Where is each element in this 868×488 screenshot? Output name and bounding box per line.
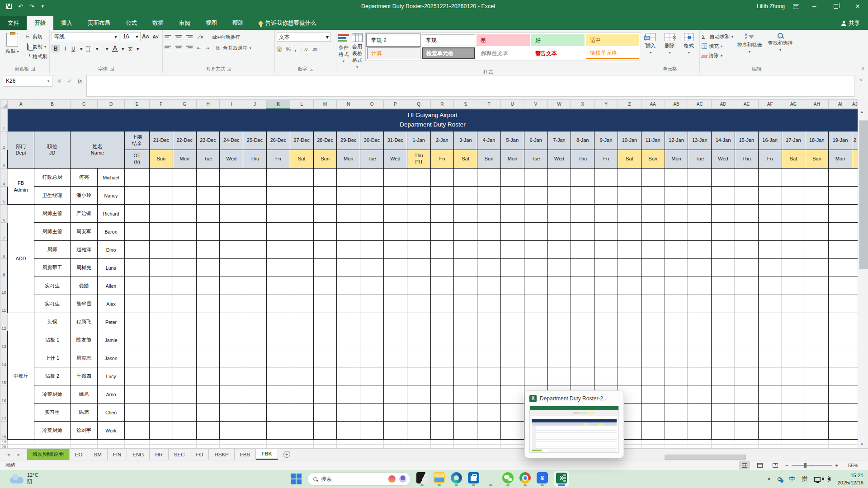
empty-cell[interactable] bbox=[196, 445, 220, 449]
enter-icon[interactable]: ✓ bbox=[67, 78, 72, 84]
duty-cell[interactable] bbox=[500, 277, 524, 295]
jd-cell[interactable]: 卫生经理 bbox=[34, 187, 71, 205]
date-header[interactable]: 6-Jan bbox=[524, 131, 547, 150]
duty-cell[interactable] bbox=[360, 349, 384, 367]
duty-cell[interactable] bbox=[805, 241, 829, 259]
empty-cell[interactable] bbox=[758, 445, 782, 449]
duty-cell[interactable] bbox=[829, 295, 852, 313]
scroll-up-icon[interactable]: ▲ bbox=[858, 108, 866, 116]
duty-cell[interactable] bbox=[712, 385, 735, 404]
duty-cell[interactable] bbox=[829, 404, 852, 422]
duty-cell[interactable] bbox=[360, 295, 384, 313]
taskbar-app-calculator[interactable] bbox=[485, 472, 496, 486]
date-header[interactable]: 30-Dec bbox=[360, 131, 384, 150]
duty-cell[interactable] bbox=[196, 295, 220, 313]
empty-cell[interactable] bbox=[150, 440, 173, 445]
duty-cell[interactable] bbox=[594, 187, 618, 205]
duty-cell[interactable] bbox=[383, 277, 407, 295]
duty-cell[interactable] bbox=[290, 367, 313, 385]
duty-cell[interactable] bbox=[477, 349, 501, 367]
duty-cell[interactable] bbox=[805, 422, 829, 440]
duty-cell[interactable] bbox=[337, 205, 360, 223]
duty-cell[interactable] bbox=[383, 367, 407, 385]
duty-cell[interactable] bbox=[500, 241, 524, 259]
duty-cell[interactable] bbox=[266, 223, 290, 241]
clear-button[interactable]: 清除▾ bbox=[702, 52, 733, 60]
ot-cell[interactable] bbox=[125, 259, 150, 277]
duty-cell[interactable] bbox=[782, 313, 805, 331]
column-header-X[interactable]: X bbox=[571, 100, 594, 109]
wrap-text-button[interactable]: ab↵自动换行 bbox=[212, 33, 240, 41]
cell-style-bad[interactable]: 差 bbox=[476, 34, 530, 46]
date-header[interactable]: 17-Jan bbox=[782, 131, 805, 150]
dialog-launcher-icon[interactable] bbox=[310, 67, 313, 71]
cell-style-calc[interactable]: 计算 bbox=[367, 47, 420, 59]
name-en-cell[interactable]: Michael bbox=[98, 169, 125, 187]
column-header-T[interactable]: T bbox=[477, 100, 501, 109]
duty-cell[interactable] bbox=[735, 205, 758, 223]
duty-cell[interactable] bbox=[243, 313, 267, 331]
bold-button[interactable]: B bbox=[52, 45, 60, 52]
duty-cell[interactable] bbox=[430, 385, 454, 404]
date-header[interactable]: 10-Jan bbox=[618, 131, 641, 150]
taskbar-app-pay[interactable]: ¥ bbox=[537, 472, 548, 486]
duty-cell[interactable] bbox=[266, 385, 290, 404]
duty-cell[interactable] bbox=[688, 259, 712, 277]
duty-cell[interactable] bbox=[805, 349, 829, 367]
date-header[interactable]: 4-Jan bbox=[477, 131, 501, 150]
duty-cell[interactable] bbox=[383, 404, 407, 422]
duty-cell[interactable] bbox=[524, 223, 547, 241]
jd-cell[interactable]: 冷菜厨师 bbox=[34, 422, 71, 440]
column-header-N[interactable]: N bbox=[337, 100, 360, 109]
duty-cell[interactable] bbox=[618, 205, 641, 223]
duty-cell[interactable] bbox=[243, 385, 267, 404]
jd-cell[interactable]: 冷菜厨师 bbox=[34, 385, 71, 404]
select-all-corner[interactable] bbox=[0, 100, 8, 109]
duty-cell[interactable] bbox=[805, 385, 829, 404]
duty-cell[interactable] bbox=[712, 187, 735, 205]
duty-cell[interactable] bbox=[430, 331, 454, 349]
duty-cell[interactable] bbox=[618, 187, 641, 205]
duty-cell[interactable] bbox=[220, 169, 243, 187]
ribbon-tab-home[interactable]: 开始 bbox=[27, 16, 53, 30]
duty-cell[interactable] bbox=[220, 223, 243, 241]
restore-button[interactable] bbox=[829, 0, 843, 13]
empty-cell[interactable] bbox=[829, 445, 852, 449]
jd-cell[interactable]: 行政总厨 bbox=[34, 169, 71, 187]
day-header[interactable]: Sun bbox=[313, 150, 337, 169]
cell-style-good[interactable]: 好 bbox=[531, 34, 585, 46]
date-header[interactable]: 13-Jan bbox=[688, 131, 712, 150]
duty-cell[interactable] bbox=[477, 313, 501, 331]
percent-style-icon[interactable]: % bbox=[286, 47, 291, 52]
duty-cell[interactable] bbox=[337, 349, 360, 367]
underline-button[interactable]: U bbox=[71, 46, 76, 52]
increase-indent-icon[interactable]: ⇥ bbox=[205, 46, 209, 51]
cell-style-warning[interactable]: 警告文本 bbox=[531, 47, 585, 59]
duty-cell[interactable] bbox=[360, 331, 384, 349]
duty-cell[interactable] bbox=[571, 331, 594, 349]
column-header-AH[interactable]: AH bbox=[805, 100, 829, 109]
duty-cell[interactable] bbox=[712, 313, 735, 331]
cell-style-check[interactable]: 检查单元格 bbox=[422, 47, 475, 59]
duty-cell[interactable] bbox=[243, 241, 267, 259]
duty-cell[interactable] bbox=[196, 349, 220, 367]
duty-cell-partial[interactable] bbox=[852, 404, 858, 422]
duty-cell[interactable] bbox=[782, 422, 805, 440]
duty-cell[interactable] bbox=[313, 385, 337, 404]
sheet-tab-FBS[interactable]: FBS bbox=[235, 449, 256, 460]
duty-cell[interactable] bbox=[735, 404, 758, 422]
duty-cell[interactable] bbox=[290, 422, 313, 440]
empty-cell[interactable] bbox=[173, 440, 196, 445]
duty-cell[interactable] bbox=[524, 205, 547, 223]
cell-style-explain[interactable]: 解释性文本 bbox=[476, 47, 530, 59]
duty-cell[interactable] bbox=[290, 385, 313, 404]
column-header-AG[interactable]: AG bbox=[782, 100, 805, 109]
day-header[interactable]: Wed bbox=[547, 150, 571, 169]
duty-cell[interactable] bbox=[782, 385, 805, 404]
minimize-button[interactable]: ─ bbox=[807, 0, 821, 13]
delete-cells-button[interactable]: 删除▾ bbox=[661, 32, 678, 55]
start-button[interactable] bbox=[291, 474, 302, 484]
empty-cell[interactable] bbox=[805, 440, 829, 445]
day-header[interactable]: Fri bbox=[758, 150, 782, 169]
column-header-AB[interactable]: AB bbox=[665, 100, 688, 109]
